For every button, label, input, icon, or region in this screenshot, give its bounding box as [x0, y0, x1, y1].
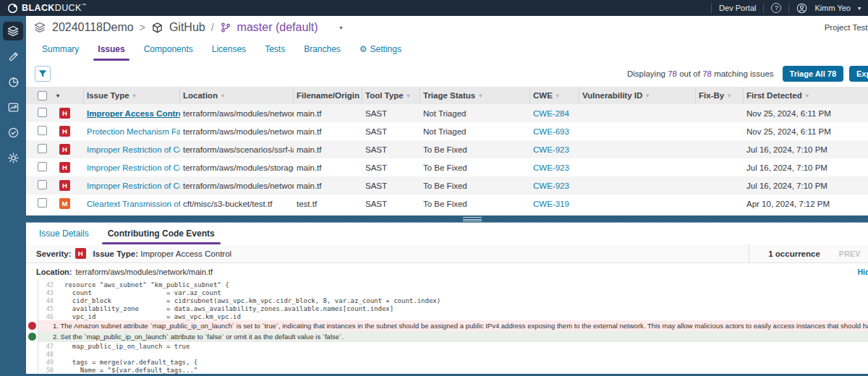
row-checkbox[interactable] — [38, 198, 47, 208]
table-row[interactable]: H Improper Restriction of Communi... ter… — [26, 158, 868, 176]
issue-type-link[interactable]: Protection Mechanism Failure — [87, 127, 180, 136]
code-text: tags = merge(var.default_tags, { — [57, 359, 197, 366]
tab-licenses[interactable]: Licenses — [212, 44, 246, 61]
line-number: 45 — [38, 305, 57, 312]
sort-caret-icon: ▾ — [133, 93, 136, 99]
issue-type-link[interactable]: Improper Restriction of Communi... — [87, 181, 180, 190]
package-icon — [151, 22, 163, 34]
row-checkbox[interactable] — [38, 180, 47, 189]
issue-type-link[interactable]: Improper Restriction of Communi... — [87, 145, 180, 154]
pie-chart-icon — [7, 76, 20, 88]
table-row[interactable]: H Protection Mechanism Failure terraform… — [26, 122, 868, 140]
issue-type-link[interactable]: Improper Restriction of Communi... — [87, 163, 180, 172]
severity-badge: H — [59, 126, 70, 137]
triage-all-button[interactable]: Triage All 78 — [783, 66, 843, 82]
code-line: 44 cidr_block = cidrsubnet(aws_vpc.km_vp… — [26, 296, 868, 304]
blackduck-logo-icon — [7, 3, 18, 14]
select-all-checkbox[interactable] — [38, 91, 47, 101]
breadcrumb-branch[interactable]: master (default) — [237, 21, 318, 34]
table-row[interactable]: H Improper Restriction of Communi... ter… — [26, 176, 868, 195]
row-checkbox[interactable] — [38, 144, 47, 153]
tool-type-cell: SAST — [362, 200, 420, 208]
user-menu[interactable]: Kimm Yeo — [814, 4, 851, 12]
tab-issue-details[interactable]: Issue Details — [39, 228, 89, 244]
issue-detail-panel: Issue Details Contributing Code Events ✕… — [26, 223, 868, 376]
user-avatar-icon — [796, 3, 807, 14]
column-vulnerability-id[interactable]: Vulnerability ID▾ — [579, 87, 696, 104]
project-test-details-link[interactable]: Project Test Details — [825, 23, 868, 32]
row-checkbox[interactable] — [38, 162, 47, 171]
location-row: Location: terraform/aws/modules/network/… — [26, 263, 868, 281]
location-label: Location: — [36, 268, 72, 276]
column-severity-sort[interactable]: ▾ — [54, 87, 84, 104]
finding-annotation: 1. The Amazon subnet attribute `map_publ… — [26, 320, 868, 331]
issue-type-link[interactable]: Cleartext Transmission of Sensitiv... — [87, 200, 180, 208]
tab-issues[interactable]: Issues — [98, 44, 124, 61]
tab-contributing-code-events[interactable]: Contributing Code Events — [108, 228, 215, 244]
column-fix-by[interactable]: Fix-By▾ — [696, 87, 744, 104]
export-all-button[interactable]: Export All 78 — [849, 66, 868, 82]
topbar-separator — [763, 4, 764, 13]
filter-button[interactable] — [35, 66, 51, 82]
location-cell: terraform/aws/modules/network/m... — [180, 127, 294, 136]
column-first-detected[interactable]: First Detected▾ — [744, 87, 868, 104]
code-line: 46 vpc_id = aws_vpc.km_vpc.id — [26, 312, 868, 320]
nav-policies-item[interactable] — [3, 123, 23, 142]
prev-button[interactable]: PREV — [839, 249, 861, 258]
results-count-text: Displaying 78 out of 78 matching issues — [627, 69, 774, 78]
cwe-link[interactable]: CWE-923 — [533, 145, 569, 154]
line-number: 42 — [38, 281, 57, 289]
cwe-link[interactable]: CWE-284 — [533, 109, 569, 118]
occurrence-count: 1 occurrence — [768, 249, 820, 258]
cwe-link[interactable]: CWE-923 — [533, 181, 569, 190]
layers-icon — [7, 25, 20, 38]
column-tool-type[interactable]: Tool Type▾ — [362, 87, 420, 104]
table-row[interactable]: H Improper Restriction of Communi... ter… — [26, 140, 868, 158]
panel-resize-bar[interactable] — [26, 215, 868, 223]
drag-handle-icon[interactable] — [463, 217, 482, 221]
topbar-separator — [711, 4, 712, 13]
tab-summary[interactable]: Summary — [42, 44, 79, 61]
table-row[interactable]: H Improper Access Control terraform/aws/… — [26, 104, 868, 122]
cwe-link[interactable]: CWE-319 — [533, 200, 569, 208]
tab-components[interactable]: Components — [144, 44, 193, 61]
column-issue-type[interactable]: Issue Type▾ — [84, 87, 180, 104]
tab-branches[interactable]: Branches — [304, 44, 341, 61]
row-checkbox[interactable] — [38, 108, 47, 117]
code-text: Name = "${var.default_tags..." — [57, 367, 197, 374]
test-tube-icon — [7, 51, 20, 63]
issue-type-link[interactable]: Improper Access Control — [87, 109, 180, 118]
user-caret-icon[interactable]: ▾ — [858, 5, 861, 12]
brand-text: BLACKDUCK™ — [22, 3, 86, 13]
cwe-link[interactable]: CWE-693 — [533, 127, 569, 136]
nav-trends-item[interactable] — [3, 98, 23, 116]
filename-cell: main.tf — [294, 163, 362, 172]
table-row[interactable]: M Cleartext Transmission of Sensitiv... … — [26, 195, 868, 213]
nav-tests-item[interactable] — [3, 47, 23, 66]
breadcrumb-project[interactable]: 20240118Demo — [52, 21, 134, 34]
breadcrumb-repo[interactable]: GitHub — [169, 21, 205, 34]
shield-check-icon — [7, 127, 20, 139]
hide-file-path-link[interactable]: Hide File Path — [857, 268, 868, 276]
dev-portal-link[interactable]: Dev Portal — [719, 4, 756, 12]
line-number: 47 — [38, 343, 57, 350]
column-triage-status[interactable]: Triage Status▾ — [420, 87, 530, 104]
tab-tests[interactable]: Tests — [265, 44, 285, 61]
finding-marker-icon — [28, 322, 36, 330]
column-location[interactable]: Location▾ — [180, 87, 294, 104]
column-cwe[interactable]: CWE▾ — [530, 87, 579, 104]
row-checkbox[interactable] — [38, 126, 47, 135]
cwe-link[interactable]: CWE-923 — [533, 163, 569, 172]
filename-cell: main.tf — [294, 127, 362, 136]
tab-settings-label: Settings — [370, 44, 401, 54]
tab-settings[interactable]: ⚙ Settings — [359, 44, 401, 61]
branch-dropdown-caret-icon[interactable]: ▾ — [340, 25, 343, 31]
nav-portfolio-item[interactable] — [3, 22, 23, 40]
nav-reports-item[interactable] — [3, 72, 23, 91]
help-icon[interactable]: ? — [771, 3, 781, 13]
nav-settings-item[interactable] — [3, 148, 23, 167]
column-filename[interactable]: Filename/Origin▾ — [294, 87, 362, 104]
code-text: map_public_ip_on_launch = true — [57, 343, 190, 350]
issue-summary-row: Severity: H Issue Type: Improper Access … — [26, 244, 868, 263]
line-number: 44 — [38, 297, 57, 304]
